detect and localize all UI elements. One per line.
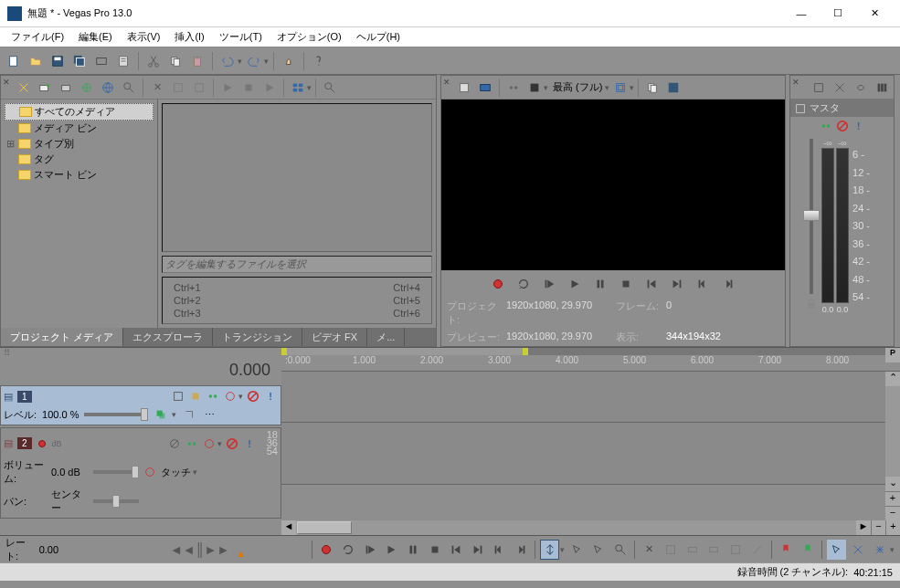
- loop-region[interactable]: [281, 348, 900, 355]
- search-button[interactable]: [119, 78, 139, 98]
- auto-crossfade-button[interactable]: [747, 540, 767, 560]
- external-monitor-button[interactable]: [475, 78, 495, 98]
- v-zoom-in-button[interactable]: +: [885, 491, 900, 506]
- insert-fx-button[interactable]: [819, 119, 833, 133]
- invert-phase-button[interactable]: [167, 436, 182, 451]
- tree-tags[interactable]: タグ: [5, 152, 154, 167]
- fader-track[interactable]: [810, 139, 813, 294]
- menu-edit[interactable]: 編集(E): [71, 27, 120, 47]
- touch-button[interactable]: [279, 51, 299, 71]
- solo-button[interactable]: !: [242, 436, 257, 451]
- props-button[interactable]: [168, 78, 188, 98]
- prev-frame-button[interactable]: [693, 274, 713, 294]
- selection-tool[interactable]: [567, 540, 587, 560]
- undo-button[interactable]: [217, 51, 238, 71]
- paste-button[interactable]: [187, 51, 207, 71]
- auto-ripple-button[interactable]: [683, 540, 702, 560]
- level-slider[interactable]: [84, 413, 148, 416]
- panel-close-icon[interactable]: ✕: [443, 78, 452, 87]
- maximize-button[interactable]: ☐: [820, 1, 856, 26]
- tree-bytype[interactable]: ⊞タイプ別: [5, 136, 154, 152]
- overlay-button[interactable]: [610, 78, 630, 98]
- panel-close-icon[interactable]: ✕: [792, 78, 801, 87]
- video-track-header[interactable]: ▤ 1 ▾ ! レベル: 100.0 % ▾ ⋯: [0, 385, 281, 425]
- stop-button[interactable]: [238, 78, 259, 98]
- marker-button[interactable]: [777, 540, 796, 560]
- pan-value[interactable]: センター: [51, 488, 90, 515]
- time-display[interactable]: 0.000: [0, 355, 281, 385]
- properties-button[interactable]: [113, 51, 133, 71]
- render-button[interactable]: [91, 51, 111, 71]
- rate-value[interactable]: 0.00: [39, 544, 73, 555]
- split-screen-button[interactable]: [524, 78, 545, 98]
- record-button[interactable]: [488, 274, 508, 294]
- play-start-button[interactable]: [539, 274, 559, 294]
- tab-explorer[interactable]: エクスプローラ: [123, 328, 213, 346]
- tree-media-bins[interactable]: メディア ビン: [5, 121, 154, 136]
- go-end-button[interactable]: [469, 540, 488, 560]
- more-button[interactable]: ⋯: [202, 407, 217, 422]
- redo-button[interactable]: [244, 51, 264, 71]
- downmix-button[interactable]: [830, 78, 850, 98]
- go-start-button[interactable]: [641, 274, 662, 294]
- quantize-button[interactable]: [662, 540, 681, 560]
- save-snapshot-button[interactable]: [663, 78, 683, 98]
- menu-file[interactable]: ファイル(F): [4, 27, 71, 47]
- envelope-tool[interactable]: [589, 540, 609, 560]
- loop-button[interactable]: [514, 274, 534, 294]
- save-button[interactable]: [48, 51, 68, 71]
- tab-mediagen[interactable]: メ...: [367, 328, 405, 346]
- autoplay-button[interactable]: [259, 78, 280, 98]
- master-solo-button[interactable]: !: [852, 119, 866, 133]
- minimize-button[interactable]: ―: [783, 1, 820, 26]
- menu-insert[interactable]: 挿入(I): [167, 27, 211, 47]
- marker-button[interactable]: P: [885, 348, 900, 362]
- master-fx-button[interactable]: [872, 78, 892, 98]
- video-preview[interactable]: [441, 100, 785, 270]
- make-child-button[interactable]: [182, 407, 196, 422]
- v-scrollbar[interactable]: ⌃ ⌄ + −: [885, 372, 900, 520]
- compositing-button[interactable]: [154, 407, 168, 422]
- pan-slider[interactable]: [93, 499, 139, 503]
- arm-record-button[interactable]: [35, 436, 49, 451]
- lock-envelopes-button[interactable]: [704, 540, 724, 560]
- snap-button[interactable]: ✕: [640, 540, 659, 560]
- preview-props-button[interactable]: [454, 78, 474, 98]
- get-media-button[interactable]: [56, 78, 76, 98]
- web-button[interactable]: [98, 78, 118, 98]
- new-button[interactable]: [4, 51, 24, 71]
- copy-snapshot-button[interactable]: [642, 78, 662, 98]
- close-button[interactable]: ✕: [856, 1, 893, 26]
- time-ruler[interactable]: :0.000 1.000 2.000 3.000 4.000 5.000 6.0…: [281, 355, 900, 372]
- copy-button[interactable]: [165, 51, 185, 71]
- volume-slider[interactable]: [93, 470, 139, 474]
- panel-close-icon[interactable]: ✕: [3, 78, 12, 87]
- play-button[interactable]: [382, 540, 401, 560]
- normal-edit-tool[interactable]: [540, 540, 559, 560]
- zoom-button[interactable]: [320, 78, 340, 98]
- lock-icon[interactable]: [805, 298, 818, 310]
- master-mute-button[interactable]: [835, 119, 850, 133]
- next-frame-button[interactable]: [718, 274, 738, 294]
- automation-button[interactable]: [202, 436, 217, 451]
- mute-button[interactable]: [225, 436, 239, 451]
- enable-snap-button[interactable]: [827, 540, 846, 560]
- snap-grid-button[interactable]: [849, 540, 868, 560]
- play-button[interactable]: [217, 78, 238, 98]
- tab-videofx[interactable]: ビデオ FX: [302, 328, 367, 346]
- fx-button[interactable]: [189, 78, 209, 98]
- import-button[interactable]: [14, 78, 34, 98]
- help-button[interactable]: [309, 51, 329, 71]
- output-fx-button[interactable]: [503, 78, 524, 98]
- zoom-out-button[interactable]: −: [871, 520, 885, 535]
- solo-button[interactable]: !: [263, 389, 278, 404]
- go-start-button[interactable]: [447, 540, 466, 560]
- scrub-control[interactable]: ◄◄║►►: [170, 542, 229, 557]
- go-end-button[interactable]: [667, 274, 687, 294]
- level-value[interactable]: 100.0 %: [42, 409, 79, 420]
- audio-track-header[interactable]: ▤ 2 dB ▾ ! 183654 ボリューム: 0.0 dB タッチ▾: [0, 427, 281, 519]
- v-zoom-out-button[interactable]: −: [885, 506, 900, 520]
- tag-input[interactable]: タグを編集するファイルを選択: [162, 256, 432, 273]
- mute-button[interactable]: [246, 389, 260, 404]
- tab-project-media[interactable]: プロジェクト メディア: [1, 328, 123, 346]
